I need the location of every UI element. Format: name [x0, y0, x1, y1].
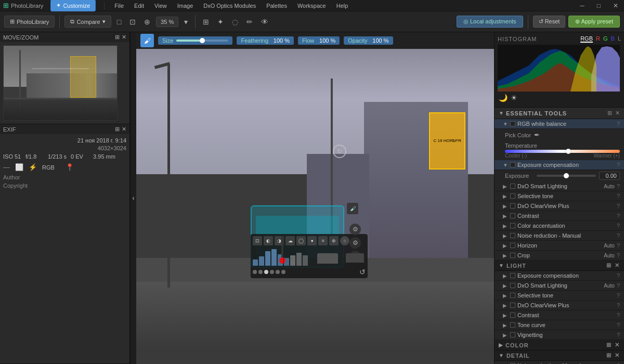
- essential-close-icon[interactable]: ✕: [615, 110, 620, 116]
- tool-vignetting[interactable]: ▶ Vignetting ?: [495, 330, 624, 340]
- size-slider[interactable]: [176, 40, 228, 42]
- menu-dxo-optics[interactable]: DxO Optics Modules: [202, 3, 257, 9]
- menu-help[interactable]: Help: [335, 3, 350, 9]
- tool-exposure-compensation[interactable]: ▼ Exposure compensation ?: [495, 160, 624, 170]
- eyedropper-icon[interactable]: ✒: [534, 131, 540, 139]
- brush-btn[interactable]: 🖌: [140, 34, 154, 47]
- tool-light-dxo-smart[interactable]: ▶ DxO Smart Lighting Auto ?: [495, 281, 624, 291]
- menu-file[interactable]: File: [113, 3, 125, 9]
- sl-help[interactable]: ?: [617, 183, 620, 189]
- lds-help[interactable]: ?: [617, 282, 620, 289]
- adj-gear-btn2[interactable]: ⚙: [349, 237, 361, 249]
- repair-tool-btn[interactable]: ◌: [229, 16, 241, 28]
- tool-contrast[interactable]: ▶ Contrast ?: [495, 211, 624, 221]
- draw-tool-btn[interactable]: ✏: [244, 16, 255, 28]
- tool-light-exposure[interactable]: ▶ Exposure compensation ?: [495, 271, 624, 281]
- color-section-label[interactable]: ▶ COLOR ⊞ ✕: [495, 340, 624, 350]
- view-fit-btn[interactable]: ⊕: [141, 16, 153, 28]
- cont-checkbox[interactable]: [510, 213, 515, 218]
- temperature-track[interactable]: [505, 150, 620, 153]
- hist-rgb[interactable]: RGB: [580, 35, 593, 43]
- minimize-btn[interactable]: ─: [577, 2, 587, 9]
- sun-icon[interactable]: ☀: [511, 94, 517, 102]
- close-btn[interactable]: ✕: [610, 2, 621, 9]
- customize-btn[interactable]: ✦ Customize: [50, 0, 96, 11]
- le-help[interactable]: ?: [617, 272, 620, 279]
- tool-light-clearview[interactable]: ▶ DxO ClearView Plus ?: [495, 301, 624, 310]
- tool-horizon[interactable]: ▶ Horizon Auto ?: [495, 241, 624, 251]
- view-single-btn[interactable]: □: [114, 16, 124, 28]
- lds-checkbox[interactable]: [510, 283, 515, 288]
- cv-checkbox[interactable]: [510, 203, 515, 209]
- eye-tool-btn[interactable]: 👁: [258, 16, 271, 28]
- lc-checkbox[interactable]: [510, 313, 515, 318]
- detail-section-label[interactable]: ▼ DETAIL ⊞ ✕: [495, 350, 624, 361]
- detail-close-icon[interactable]: ✕: [615, 352, 620, 359]
- tool-light-selective-tone[interactable]: ▶ Selective tone ?: [495, 291, 624, 301]
- zoom-chevron[interactable]: ▾: [181, 16, 190, 28]
- lc-help[interactable]: ?: [617, 312, 620, 318]
- sl-checkbox[interactable]: [510, 184, 515, 189]
- light-close-icon[interactable]: ✕: [615, 262, 620, 269]
- lst-checkbox[interactable]: [510, 293, 515, 298]
- zoom-display[interactable]: 35 %: [156, 17, 178, 27]
- nr-help[interactable]: ?: [617, 232, 620, 239]
- nr-checkbox[interactable]: [510, 233, 515, 238]
- ca-checkbox[interactable]: [510, 223, 515, 228]
- tool-color-accentuation[interactable]: ▶ Color accentuation ?: [495, 221, 624, 231]
- hist-b[interactable]: B: [611, 35, 615, 43]
- detail-expand-icon[interactable]: ⊞: [606, 352, 612, 359]
- tool-dxo-clearview[interactable]: ▶ DxO ClearView Plus ?: [495, 201, 624, 211]
- menu-image[interactable]: Image: [176, 3, 195, 9]
- photolibrary-btn[interactable]: ⊞ PhotoLibrary: [4, 16, 55, 28]
- ca-help[interactable]: ?: [617, 223, 620, 229]
- essential-expand-icon[interactable]: ⊞: [607, 110, 612, 116]
- color-expand-icon[interactable]: ⊞: [606, 342, 612, 348]
- light-expand-icon[interactable]: ⊞: [606, 262, 612, 269]
- vig-help[interactable]: ?: [617, 332, 620, 338]
- exif-close-icon[interactable]: ✕: [122, 126, 126, 133]
- tool-crop[interactable]: ▶ Crop Auto ?: [495, 251, 624, 261]
- tool-rgb-white-balance[interactable]: ▼ RGB white balance ?: [495, 119, 624, 129]
- view-crop-btn[interactable]: ⊡: [127, 16, 138, 28]
- adj-tool-circle[interactable]: ○: [340, 236, 349, 245]
- color-close-icon[interactable]: ✕: [615, 342, 620, 348]
- exif-expand-icon[interactable]: ⊞: [115, 126, 120, 133]
- moon-icon[interactable]: 🌙: [499, 94, 508, 102]
- adj-gear-btn1[interactable]: ⚙: [349, 224, 361, 235]
- close-icon[interactable]: ✕: [122, 34, 126, 41]
- adj-tool-5[interactable]: ◯: [296, 236, 306, 245]
- adj-tool-1[interactable]: ⊡: [253, 236, 262, 245]
- le-checkbox[interactable]: [510, 273, 515, 278]
- compare-btn[interactable]: ⧉ Compare ▾: [64, 16, 111, 28]
- crop-tool-btn[interactable]: ⊞: [200, 16, 212, 28]
- tool-detail-noise[interactable]: ▶ Noise reduction - Manual ?: [495, 361, 624, 364]
- local-adj-btn[interactable]: ◎ Local adjustments: [457, 16, 523, 28]
- reset-btn[interactable]: ↺ Reset: [533, 16, 566, 28]
- exposure-track[interactable]: [537, 175, 596, 177]
- adj-tool-4[interactable]: ☁: [285, 236, 295, 245]
- wb-help[interactable]: ?: [617, 121, 620, 127]
- lst-help[interactable]: ?: [617, 292, 620, 298]
- menu-palettes[interactable]: Palettes: [265, 3, 289, 9]
- menu-workspace[interactable]: Workspace: [296, 3, 328, 9]
- adj-tool-8[interactable]: ⊕: [329, 236, 339, 245]
- adj-tool-6[interactable]: ●: [307, 236, 317, 245]
- tc-help[interactable]: ?: [617, 322, 620, 328]
- stamp-tool-btn[interactable]: ✦: [215, 16, 226, 28]
- exp-checkbox[interactable]: [510, 162, 515, 167]
- hist-r[interactable]: R: [596, 35, 600, 43]
- crop-help[interactable]: ?: [617, 252, 620, 258]
- st-checkbox[interactable]: [510, 193, 515, 199]
- tc-checkbox[interactable]: [510, 322, 515, 328]
- menu-edit[interactable]: Edit: [133, 3, 146, 9]
- tool-tone-curve[interactable]: ▶ Tone curve ?: [495, 320, 624, 330]
- lcv-help[interactable]: ?: [617, 302, 620, 308]
- cv-help[interactable]: ?: [617, 203, 620, 209]
- expand-icon[interactable]: ⊞: [115, 34, 120, 41]
- st-help[interactable]: ?: [617, 193, 620, 199]
- wb-checkbox[interactable]: [510, 121, 515, 126]
- tool-light-contrast[interactable]: ▶ Contrast ?: [495, 310, 624, 320]
- exp-help[interactable]: ?: [617, 162, 620, 168]
- hor-help[interactable]: ?: [617, 242, 620, 249]
